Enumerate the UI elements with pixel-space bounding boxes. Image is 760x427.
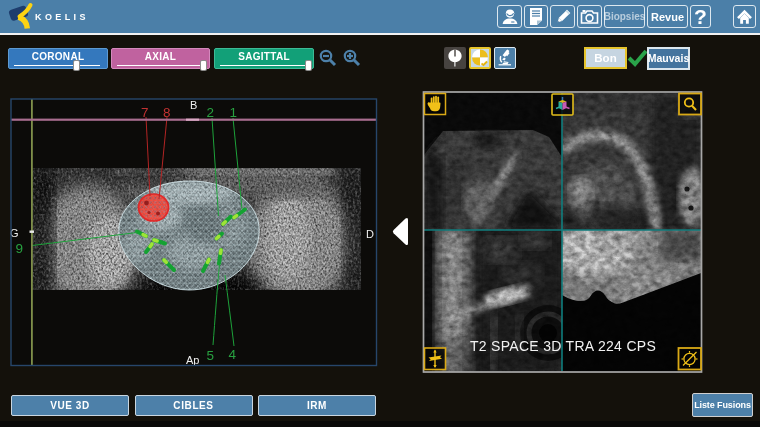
svg-text:T2 SPACE 3D TRA 224 CPS: T2 SPACE 3D TRA 224 CPS	[470, 338, 656, 354]
